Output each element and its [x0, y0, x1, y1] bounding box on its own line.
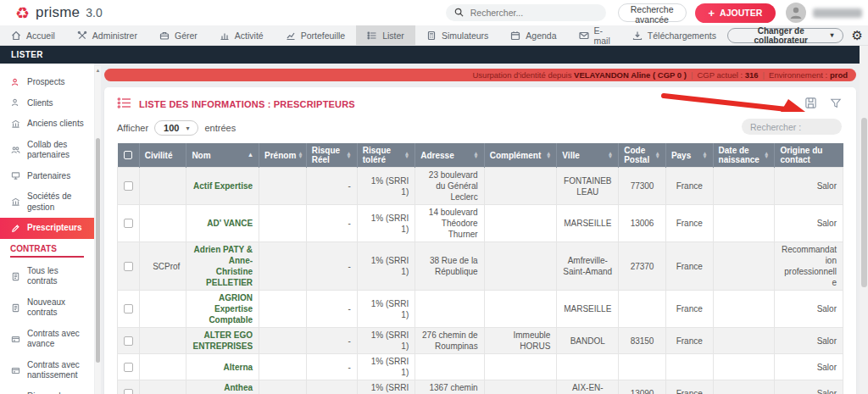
scroll-up-icon[interactable]: ▲ [95, 68, 101, 73]
cell-risque_tolere: 1% (SRRI 1) [357, 168, 415, 205]
sidebar-scrollbar-thumb[interactable] [96, 138, 100, 363]
row-checkbox[interactable] [124, 336, 133, 346]
cell-nom[interactable]: AGRION Expertise Comptable [186, 291, 259, 328]
cell-pays: France [665, 380, 713, 394]
nav-item-activite[interactable]: Activité [209, 25, 275, 45]
home-icon [11, 31, 21, 41]
cell-ville: BANDOL [557, 328, 619, 354]
sidebar-item-tous-les-contrats[interactable]: Tous les contrats [0, 261, 94, 292]
column-header-adresse[interactable]: Adresse▲▼ [415, 143, 484, 168]
cell-nom[interactable]: Anthea Access [186, 380, 259, 394]
mail-icon [579, 31, 589, 41]
nav-item-lister[interactable]: Lister [356, 25, 415, 45]
row-checkbox[interactable] [124, 219, 133, 228]
row-checkbox[interactable] [124, 389, 133, 394]
sidebar-item-collab-des-partenaires[interactable]: Collab des partenaires [0, 135, 94, 166]
filter-icon[interactable] [830, 97, 842, 113]
column-header-code-postal[interactable]: Code Postal▲▼ [619, 143, 666, 168]
plus-icon: + [709, 7, 715, 19]
sidebar-item-prospects[interactable]: Prospects [0, 72, 94, 93]
sidebar-scrollbar[interactable]: ▲ [95, 66, 101, 394]
column-header-nom[interactable]: Nom▲ [186, 143, 259, 168]
sidebar-item-clients[interactable]: Clients [0, 93, 94, 114]
user-menu[interactable]: ▾ [786, 3, 868, 23]
table-row: Actif Expertise-1% (SRRI 1)23 boulevard … [118, 168, 843, 205]
page-scrollbar-thumb[interactable] [861, 118, 867, 287]
row-checkbox[interactable] [124, 304, 133, 314]
advanced-search-button[interactable]: Recherche avancée [618, 3, 687, 22]
cell-nom[interactable]: Actif Expertise [186, 168, 259, 205]
sidebar-item-contrats-avec-avance[interactable]: Contrats avec avance [0, 324, 94, 355]
cell-nom[interactable]: AD' VANCE [186, 205, 259, 242]
column-header-prenom[interactable]: Prénom▲▼ [259, 143, 307, 168]
row-checkbox[interactable] [124, 262, 133, 271]
table-search-input[interactable] [742, 119, 842, 135]
cell-risque_tolere: 1% (SRRI 1) [357, 328, 415, 354]
sidebar-item-anciens-clients[interactable]: Anciens clients [0, 114, 94, 135]
nav-item-agenda[interactable]: Agenda [499, 25, 567, 45]
sidebar-item-partenaires[interactable]: Partenaires [0, 166, 94, 187]
sidebar-item-prescripteurs[interactable]: Prescripteurs [0, 218, 94, 239]
nav-item-gerer[interactable]: Gérer [148, 25, 209, 45]
select-all-checkbox[interactable] [124, 151, 132, 159]
cell-pays: France [665, 328, 713, 354]
section-title: LISTER [11, 50, 43, 59]
row-checkbox[interactable] [124, 363, 133, 372]
cell-origine: Recommandation professionnelle [775, 242, 843, 291]
column-header-risque-tolere[interactable]: Risque toléré▲▼ [357, 143, 415, 168]
nav-item-telechargements[interactable]: Téléchargements [621, 25, 727, 45]
settings-gear-icon[interactable]: ⚙ [852, 29, 863, 42]
prescripteurs-table: CivilitéNom▲Prénom▲▼Risque Réel▲▼Risque … [117, 143, 843, 394]
page-length-select[interactable]: 100 ▾ [154, 120, 198, 136]
cell-nom[interactable]: Alterna [186, 354, 259, 380]
impersonated-identity: VELAYANDON Aline ( CGP 0 ) [574, 70, 687, 80]
sidebar-item-contrats-avec-nantissement[interactable]: Contrats avec nantissement [0, 355, 94, 386]
nav-item-simulateurs[interactable]: Simulateurs [415, 25, 499, 45]
cell-complement [484, 380, 557, 394]
change-collaborator-button[interactable]: Changer de collaborateur ▾ [727, 28, 843, 43]
column-header-civilite[interactable]: Civilité [139, 143, 186, 168]
app-window: ♻ prisme 3.0 Recherche avancée + AJOUTER… [0, 0, 868, 394]
global-search[interactable] [446, 4, 606, 21]
nav-item-accueil[interactable]: Accueil [0, 25, 66, 45]
nav-item-e-mail[interactable]: E-mail [568, 25, 621, 45]
cell-code_postal: 83150 [619, 328, 666, 354]
column-header-ville[interactable]: Ville▲▼ [557, 143, 619, 168]
nav-item-portefeuille[interactable]: Portefeuille [275, 25, 357, 45]
sidebar-item-nouveaux-contrats[interactable]: Nouveaux contrats [0, 292, 94, 324]
export-icon[interactable] [804, 97, 817, 113]
cell-complement [484, 168, 557, 205]
column-header-pays[interactable]: Pays▲▼ [665, 143, 713, 168]
column-header-origine[interactable]: Origine du contact [775, 143, 843, 168]
column-header-date-naissance[interactable]: Date de naissance▲▼ [713, 143, 775, 168]
column-header-risque-reel[interactable]: Risque Réel▲▼ [306, 143, 357, 168]
download-icon [632, 31, 643, 41]
sort-icon: ▲▼ [702, 152, 707, 158]
table-row: Alterna-1% (SRRI 1)Salor [118, 354, 843, 380]
nav-item-administrer[interactable]: Administrer [66, 25, 148, 45]
sidebar-item-societes-de-gestion[interactable]: Sociétés de gestion [0, 186, 94, 218]
cell-civilite [139, 168, 186, 205]
cell-ville: MARSEILLE [557, 291, 619, 328]
cell-risque_tolere: 1% (SRRI 1) [357, 205, 415, 242]
cell-risque_tolere: 1% (SRRI 1) [357, 242, 415, 291]
chevron-down-icon: ▾ [831, 31, 834, 39]
cell-select [118, 380, 140, 394]
column-header-select[interactable] [118, 143, 140, 168]
column-header-complement[interactable]: Complément▲▼ [484, 143, 557, 168]
cell-code_postal [619, 291, 666, 328]
add-button[interactable]: + AJOUTER [695, 3, 776, 23]
portfolio-icon [286, 31, 296, 41]
cell-nom[interactable]: Adrien PATY & Anne-Christine PELLETIER [186, 242, 259, 291]
global-search-input[interactable] [470, 8, 598, 18]
cell-risque_reel: - [306, 168, 357, 205]
activity-icon [220, 31, 230, 41]
main-nav: AccueilAdministrerGérerActivitéPortefeui… [0, 25, 868, 46]
cell-risque_reel: - [306, 354, 357, 380]
row-checkbox[interactable] [124, 181, 133, 191]
page-scrollbar[interactable] [860, 46, 868, 394]
brand-name: prisme [36, 4, 80, 21]
sidebar-item-risque-des-contrats[interactable]: Risque des contrats [0, 386, 94, 394]
cell-nom[interactable]: ALTER EGO ENTREPRISES [186, 328, 259, 354]
list-icon [367, 31, 377, 41]
